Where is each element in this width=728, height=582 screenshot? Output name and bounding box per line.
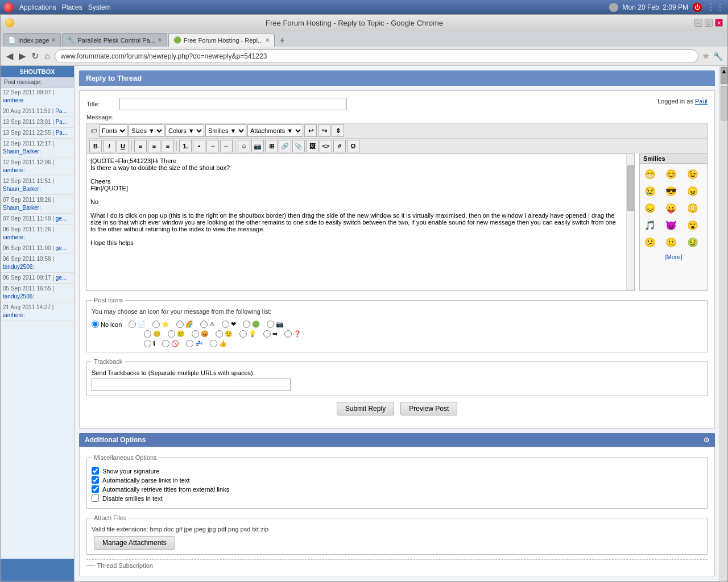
icon-thumbup-radio[interactable] — [210, 340, 217, 347]
underline-button[interactable]: U — [117, 140, 129, 152]
icon-star-radio[interactable] — [152, 321, 160, 328]
icon-info-radio[interactable] — [144, 340, 151, 347]
retrieve-titles-checkbox[interactable] — [92, 485, 99, 493]
smiley-devil[interactable]: 😈 — [663, 217, 679, 233]
outdent-button[interactable]: ← — [220, 140, 233, 152]
icon-doc[interactable]: 📄 — [129, 321, 146, 328]
tab-index-page[interactable]: 📄 Index page ✕ — [3, 33, 61, 47]
icon-green[interactable]: 🟢 — [243, 321, 260, 328]
align-center-button[interactable]: ≡ — [148, 140, 160, 152]
tab-close-icon[interactable]: ✕ — [51, 37, 56, 43]
menu-dots[interactable]: ⋮⋮ — [706, 2, 725, 13]
colors-select[interactable]: Colors ▼ — [166, 124, 204, 137]
icon-rainbow-radio[interactable] — [176, 321, 184, 328]
icon-camera[interactable]: 📷 — [267, 321, 284, 328]
smiley-smile[interactable]: 😊 — [663, 166, 679, 182]
fonts-select[interactable]: Fonts — [99, 124, 127, 137]
undo-button[interactable]: ↩ — [304, 124, 317, 137]
icon-arrow[interactable]: ➡ — [263, 330, 278, 338]
scrollbar-up-arrow[interactable]: ▲ — [721, 67, 727, 84]
forward-button[interactable]: ▶ — [18, 49, 27, 63]
close-button[interactable]: ✕ — [715, 19, 723, 27]
new-tab-button[interactable]: + — [276, 34, 288, 47]
smiley-sad[interactable]: 😞 — [642, 200, 658, 216]
unordered-list-button[interactable]: • — [193, 140, 205, 152]
icon-zzz[interactable]: 💤 — [186, 340, 203, 347]
icon-q[interactable]: ❓ — [284, 330, 301, 338]
logged-in-user-link[interactable]: Paul — [695, 98, 708, 105]
no-icon-radio[interactable] — [92, 321, 99, 328]
back-button[interactable]: ◀ — [5, 49, 14, 63]
bold-button[interactable]: B — [89, 140, 102, 152]
smiley-sick[interactable]: 🤢 — [685, 234, 701, 250]
icon-cry2-radio[interactable] — [168, 330, 175, 338]
smiley-wink[interactable]: 😉 — [685, 166, 701, 182]
disable-smilies-checkbox[interactable] — [92, 494, 99, 502]
icon-angry2[interactable]: 😡 — [192, 330, 209, 338]
indent-button[interactable]: → — [206, 140, 219, 152]
icon-stop[interactable]: 🚫 — [162, 340, 179, 347]
message-textarea[interactable]: [QUOTE=Flin;541223]Hi There Is there a w… — [87, 154, 626, 290]
code-button[interactable]: <> — [320, 140, 332, 152]
redo-button[interactable]: ↪ — [318, 124, 330, 137]
smiley-cool[interactable]: 😎 — [663, 183, 679, 199]
title-input[interactable] — [119, 98, 347, 110]
smiley-blush[interactable]: 😳 — [685, 200, 701, 216]
resize-button[interactable]: ⇕ — [332, 124, 344, 137]
show-signature-checkbox[interactable] — [92, 467, 99, 475]
collapse-icon[interactable]: ⊙ — [704, 436, 709, 444]
smiley-cry[interactable]: 😢 — [642, 183, 658, 199]
icon-thumbup[interactable]: 👍 — [210, 340, 227, 347]
places-menu[interactable]: Places — [62, 3, 82, 11]
smiley-grin[interactable]: 😁 — [642, 166, 658, 182]
icon-camera-radio[interactable] — [267, 321, 274, 328]
tab-close-icon[interactable]: ✕ — [158, 37, 162, 43]
ordered-list-button[interactable]: 1. — [179, 140, 192, 152]
unlink-button[interactable]: 📎 — [292, 140, 305, 152]
table-button[interactable]: ⊞ — [265, 140, 278, 152]
smiley-razz[interactable]: 😛 — [663, 200, 679, 216]
maximize-button[interactable]: □ — [705, 19, 713, 27]
source-button[interactable]: # — [333, 140, 346, 152]
tab-close-icon[interactable]: ✕ — [265, 37, 270, 43]
icon-star[interactable]: ⭐ — [152, 321, 169, 328]
icon-wink2[interactable]: 😉 — [216, 330, 233, 338]
image-button[interactable]: 🖼 — [306, 140, 318, 152]
system-menu[interactable]: System — [88, 3, 111, 11]
icon-rainbow[interactable]: 🌈 — [176, 321, 193, 328]
icon-green-radio[interactable] — [243, 321, 250, 328]
scrollbar-thumb[interactable] — [721, 86, 727, 120]
icon-info[interactable]: ℹ — [144, 340, 155, 347]
icon-warning-radio[interactable] — [200, 321, 208, 328]
icon-heart-radio[interactable] — [222, 321, 229, 328]
tab-plesk[interactable]: 🔧 Parallels Plesk Control Pa... ✕ — [62, 33, 167, 47]
icon-arrow-radio[interactable] — [263, 330, 271, 338]
icon-bulb-radio[interactable] — [239, 330, 247, 338]
icon-angry2-radio[interactable] — [192, 330, 199, 338]
attachments-select[interactable]: Attachments ▼ — [247, 124, 303, 137]
icon-stop-radio[interactable] — [162, 340, 169, 347]
icon-bulb[interactable]: 💡 — [239, 330, 257, 338]
reload-button[interactable]: ↻ — [30, 49, 40, 63]
icon-doc-radio[interactable] — [129, 321, 136, 328]
icon-q-radio[interactable] — [284, 330, 292, 338]
page-scrollbar[interactable]: ▲ — [719, 66, 727, 581]
parse-links-checkbox[interactable] — [92, 476, 99, 484]
power-icon[interactable]: ⏻ — [693, 3, 702, 12]
icon-smile2-radio[interactable] — [144, 330, 151, 338]
smiley-angry[interactable]: 😠 — [685, 183, 701, 199]
trackback-input[interactable] — [92, 379, 291, 391]
icon-warning[interactable]: ⚠ — [200, 321, 215, 328]
minimize-button[interactable]: ─ — [694, 19, 702, 27]
editor-scrollbar[interactable] — [626, 154, 634, 290]
submit-reply-button[interactable]: Submit Reply — [337, 402, 394, 415]
smilies-select[interactable]: Smilies ▼ — [205, 124, 246, 137]
wrench-icon[interactable]: 🔧 — [713, 52, 723, 61]
smiley-oh[interactable]: 😮 — [685, 217, 701, 233]
icon-heart[interactable]: ❤ — [222, 321, 236, 328]
icon-wink2-radio[interactable] — [216, 330, 223, 338]
applications-menu[interactable]: Applications — [19, 3, 56, 11]
smiley-confused[interactable]: 😕 — [642, 234, 658, 250]
smiley-toolbar-button[interactable]: ☺ — [238, 140, 250, 152]
smiley-music[interactable]: 🎵 — [642, 217, 658, 233]
